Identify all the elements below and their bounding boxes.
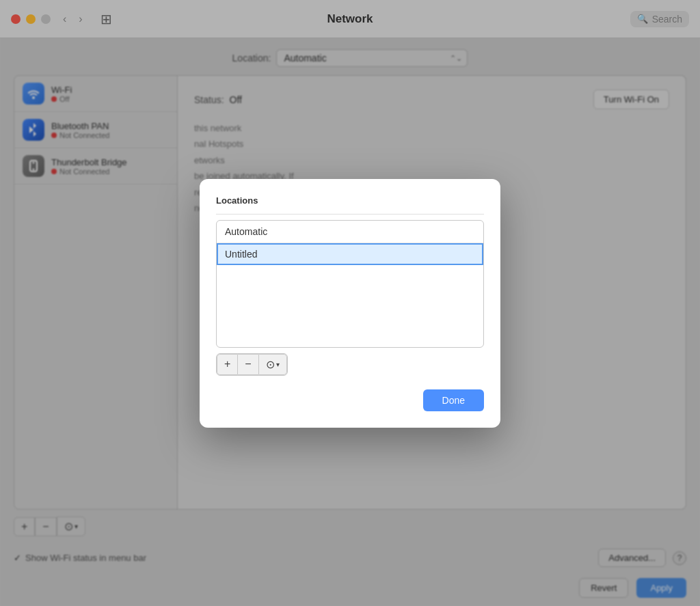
modal-divider [216,214,484,215]
location-empty-area [217,265,483,347]
location-edit-input[interactable] [225,249,475,260]
location-item-automatic[interactable]: Automatic [217,221,483,243]
modal-overlay: Locations Automatic + − ⊙ ▾ Done [0,0,700,606]
modal-add-button[interactable]: + [217,354,238,375]
location-item-label-automatic: Automatic [225,226,267,237]
modal-action-buttons: + − ⊙ ▾ [216,353,288,376]
location-item-untitled[interactable] [217,243,483,265]
locations-modal: Locations Automatic + − ⊙ ▾ Done [200,179,500,428]
modal-title: Locations [216,195,484,206]
modal-gear-icon: ⊙ [266,358,275,371]
modal-chevron-icon: ▾ [276,361,280,368]
modal-remove-button[interactable]: − [238,354,258,375]
modal-gear-button[interactable]: ⊙ ▾ [258,354,287,375]
locations-list: Automatic [216,220,484,348]
modal-footer: Done [216,389,484,411]
done-button[interactable]: Done [423,389,484,411]
